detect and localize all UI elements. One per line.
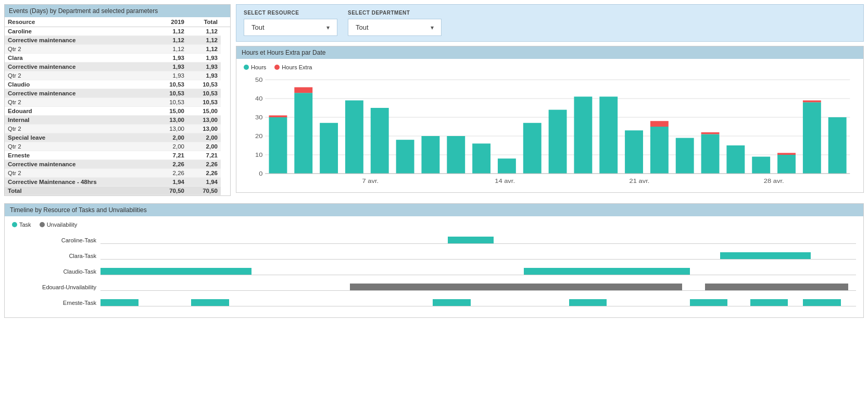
task-bar <box>803 299 841 306</box>
cell-total: 70,50 <box>187 187 221 195</box>
table-row: Qtr 21,931,93 <box>5 71 230 80</box>
svg-text:40: 40 <box>255 95 263 102</box>
tl-unavail-label: Unvailability <box>47 222 78 228</box>
timeline-bar-area <box>100 237 856 244</box>
cell-2019: 2,00 <box>154 142 187 151</box>
table-row: Qtr 213,0013,00 <box>5 125 230 133</box>
timeline-title: Timeline by Resource of Tasks and Unvail… <box>5 204 863 216</box>
svg-rect-29 <box>650 127 669 174</box>
chart-section: Hours et Hours Extra par Date Hours Hour… <box>236 46 864 193</box>
table-row: Total70,5070,50 <box>5 187 230 195</box>
timeline-row: Edouard-Unvailability <box>12 281 856 293</box>
table-row: Corrective maintenance1,121,12 <box>5 36 230 45</box>
cell-2019: 1,93 <box>154 63 187 71</box>
cell-2019: 13,00 <box>154 116 187 125</box>
svg-rect-25 <box>549 110 567 174</box>
chart-inner: Hours Hours Extra 504030201007 avr.14 av… <box>236 59 863 192</box>
legend-extra-label: Hours Extra <box>282 64 312 70</box>
timeline-row-label: Erneste-Task <box>12 300 100 306</box>
legend-extra: Hours Extra <box>274 64 312 70</box>
unavailability-bar <box>531 284 682 290</box>
timeline-bar-area <box>100 284 856 291</box>
col-resource: Resource <box>5 17 154 27</box>
svg-rect-32 <box>701 134 720 174</box>
cell-resource: Edouard <box>5 107 154 116</box>
timeline-row: Erneste-Task <box>12 297 856 309</box>
cell-total: 10,53 <box>187 80 221 89</box>
svg-text:21 avr.: 21 avr. <box>630 178 650 184</box>
task-bar <box>433 299 471 306</box>
resource-select-value: Tout <box>251 23 321 31</box>
tl-task-label: Task <box>19 222 31 228</box>
timeline-inner: Task Unvailability Caroline-TaskClara-Ta… <box>5 216 863 317</box>
cell-resource: Clara <box>5 54 154 63</box>
resource-chevron-icon: ▾ <box>326 24 330 31</box>
tl-task-dot <box>12 222 17 227</box>
cell-resource: Corrective maintenance <box>5 160 154 169</box>
cell-2019: 1,93 <box>154 71 187 80</box>
task-bar <box>448 237 493 243</box>
cell-resource: Caroline <box>5 27 154 36</box>
cell-2019: 15,00 <box>154 107 187 116</box>
table-row: Edouard15,0015,00 <box>5 107 230 116</box>
cell-resource: Corrective maintenance <box>5 36 154 45</box>
tl-unavail-dot <box>40 222 45 227</box>
table-row: Internal13,0013,00 <box>5 116 230 125</box>
svg-text:20: 20 <box>255 133 263 140</box>
svg-text:28 avr.: 28 avr. <box>764 178 784 184</box>
svg-rect-16 <box>320 123 338 174</box>
cell-total: 1,93 <box>187 71 221 80</box>
unavailability-bar <box>350 284 531 290</box>
cell-2019: 1,93 <box>154 54 187 63</box>
cell-2019: 1,12 <box>154 36 187 45</box>
table-row: Corrective maintenance1,931,93 <box>5 63 230 71</box>
top-section: Events (Days) by Department ad selected … <box>4 4 864 196</box>
cell-2019: 10,53 <box>154 89 187 98</box>
cell-resource: Qtr 2 <box>5 71 154 80</box>
cell-2019: 7,21 <box>154 151 187 160</box>
cell-resource: Qtr 2 <box>5 125 154 133</box>
cell-resource: Erneste <box>5 151 154 160</box>
svg-rect-18 <box>371 108 389 174</box>
col-scroll <box>221 17 230 27</box>
svg-rect-22 <box>472 143 490 174</box>
table-scroll[interactable]: Resource 2019 Total Caroline1,121,12Corr… <box>5 17 230 195</box>
svg-rect-40 <box>828 117 847 174</box>
department-select[interactable]: Tout ▾ <box>348 19 442 36</box>
svg-rect-21 <box>447 136 465 174</box>
svg-rect-35 <box>752 157 770 174</box>
svg-rect-34 <box>726 145 745 174</box>
resource-select[interactable]: Tout ▾ <box>244 19 337 36</box>
task-bar <box>100 268 251 275</box>
svg-text:50: 50 <box>255 77 263 83</box>
table-row: Qtr 22,262,26 <box>5 169 230 178</box>
cell-resource: Qtr 2 <box>5 169 154 178</box>
filter-section: SELECT RESOURCE Tout ▾ SELECT DEPARTMENT… <box>236 4 864 42</box>
table-row: Claudio10,5310,53 <box>5 80 230 89</box>
unavailability-bar <box>705 284 849 290</box>
table-row: Erneste7,217,21 <box>5 151 230 160</box>
cell-total: 2,00 <box>187 133 221 142</box>
table-panel: Events (Days) by Department ad selected … <box>4 4 231 196</box>
cell-resource: Qtr 2 <box>5 45 154 54</box>
col-total: Total <box>187 17 221 27</box>
cell-2019: 10,53 <box>154 98 187 107</box>
timeline-chart: Caroline-TaskClara-TaskClaudio-TaskEdoua… <box>12 234 856 309</box>
timeline-row: Clara-Task <box>12 250 856 262</box>
cell-total: 13,00 <box>187 125 221 133</box>
table-row: Qtr 22,002,00 <box>5 142 230 151</box>
timeline-legend: Task Unvailability <box>12 222 856 228</box>
cell-total: 1,12 <box>187 36 221 45</box>
chart-title: Hours et Hours Extra par Date <box>236 46 863 59</box>
department-chevron-icon: ▾ <box>431 24 434 31</box>
svg-rect-12 <box>269 117 287 174</box>
svg-text:10: 10 <box>255 152 263 158</box>
right-panel: SELECT RESOURCE Tout ▾ SELECT DEPARTMENT… <box>236 4 864 196</box>
cell-total: 10,53 <box>187 89 221 98</box>
legend-hours: Hours <box>244 64 266 70</box>
cell-total: 2,26 <box>187 160 221 169</box>
svg-rect-23 <box>498 158 516 174</box>
svg-rect-33 <box>701 132 720 134</box>
cell-total: 1,12 <box>187 27 221 36</box>
cell-resource: Qtr 2 <box>5 142 154 151</box>
